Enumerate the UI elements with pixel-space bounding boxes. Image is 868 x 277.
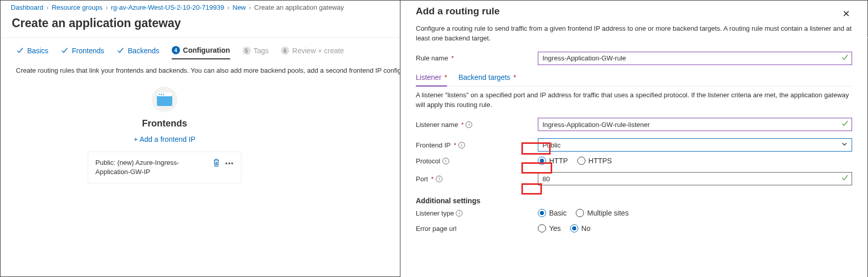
port-input[interactable]: 80 [538, 172, 852, 185]
breadcrumb-item[interactable]: Dashboard [11, 4, 44, 11]
check-icon [60, 47, 69, 55]
tab-listener[interactable]: Listener * [416, 70, 447, 87]
frontend-ip-select[interactable]: Public [538, 138, 852, 152]
info-icon[interactable]: i [466, 121, 472, 128]
tab-review[interactable]: 6 Review + create [281, 47, 344, 59]
listener-description: A listener "listens" on a specified port… [416, 89, 852, 115]
panel-title: Add a routing rule [416, 6, 500, 22]
svg-point-2 [159, 94, 160, 95]
breadcrumb-item[interactable]: Resource groups [52, 4, 103, 11]
info-icon[interactable]: i [442, 158, 449, 164]
check-icon [16, 47, 24, 55]
add-frontend-ip-button[interactable]: + Add a frontend IP [132, 134, 197, 144]
step-number: 5 [243, 47, 251, 55]
tab-frontends[interactable]: Frontends [60, 47, 104, 59]
port-label: Port* i [416, 175, 538, 183]
tab-backend-targets[interactable]: Backend targets * [458, 70, 516, 86]
chevron-right-icon: › [249, 4, 251, 11]
frontends-column: Frontends + Add a frontend IP Public: (n… [77, 87, 252, 185]
listener-type-basic-radio[interactable]: Basic [538, 209, 567, 217]
rule-name-label: Rule name* [416, 54, 538, 62]
close-icon[interactable]: ✕ [840, 7, 852, 20]
listener-name-label: Listener name* i [416, 121, 538, 129]
frontend-ip-label: Frontend IP* i [416, 141, 538, 149]
error-page-no-radio[interactable]: No [570, 224, 591, 232]
tab-configuration[interactable]: 4 Configuration [172, 46, 230, 59]
frontend-ip-text: Public: (new) Azure-Ingress-Application-… [95, 158, 203, 177]
rule-name-input[interactable]: Ingress-Application-GW-rule [538, 52, 852, 65]
listener-type-multiple-radio[interactable]: Multiple sites [576, 209, 629, 217]
tab-label: Tags [254, 47, 269, 55]
check-icon [841, 120, 849, 129]
check-icon [841, 54, 849, 62]
svg-point-3 [161, 94, 163, 95]
listener-name-input[interactable]: Ingress-Application-GW-rule-listener [538, 118, 852, 131]
protocol-http-radio[interactable]: HTTP [538, 157, 568, 165]
chevron-right-icon: › [227, 4, 229, 11]
frontend-ip-card: Public: (new) Azure-Ingress-Application-… [88, 152, 241, 183]
panel-description: Configure a routing rule to send traffic… [416, 22, 852, 49]
error-page-yes-radio[interactable]: Yes [538, 224, 561, 232]
tab-label: Frontends [72, 47, 104, 55]
protocol-https-radio[interactable]: HTTPS [577, 157, 612, 165]
frontends-icon [152, 87, 177, 112]
chevron-down-icon [841, 141, 847, 149]
svg-point-4 [163, 94, 165, 95]
info-icon[interactable]: i [458, 142, 465, 148]
delete-icon[interactable] [212, 158, 221, 167]
chevron-right-icon: › [47, 4, 49, 11]
step-number: 4 [172, 46, 180, 54]
step-number: 6 [281, 47, 289, 55]
more-icon[interactable]: ••• [225, 159, 234, 167]
frontends-heading: Frontends [142, 118, 187, 129]
tab-label: Backends [128, 47, 159, 55]
breadcrumb-item[interactable]: New [233, 4, 246, 11]
tab-label: Configuration [183, 46, 230, 54]
info-icon[interactable]: i [456, 210, 462, 217]
additional-settings-heading: Additional settings [416, 197, 852, 205]
check-icon [841, 175, 849, 183]
protocol-label: Protocol i [416, 157, 538, 165]
tab-label: Basics [27, 47, 48, 55]
check-icon [116, 47, 125, 55]
tab-tags[interactable]: 5 Tags [243, 47, 269, 59]
info-icon[interactable]: i [436, 176, 442, 182]
tab-basics[interactable]: Basics [16, 47, 48, 59]
listener-type-label: Listener type i [416, 209, 538, 217]
error-page-url-label: Error page url [416, 225, 538, 232]
panel-inner-tabs: Listener * Backend targets * [416, 70, 852, 87]
breadcrumb-item[interactable]: rg-av-Azure-West-US-2-10-20-719939 [111, 4, 224, 11]
tab-backends[interactable]: Backends [116, 47, 159, 59]
breadcrumb-item-current: Create an application gateway [254, 4, 344, 11]
chevron-right-icon: › [106, 4, 108, 11]
add-routing-rule-panel: Add a routing rule ✕ Configure a routing… [400, 1, 867, 277]
tab-label: Review + create [292, 47, 344, 55]
